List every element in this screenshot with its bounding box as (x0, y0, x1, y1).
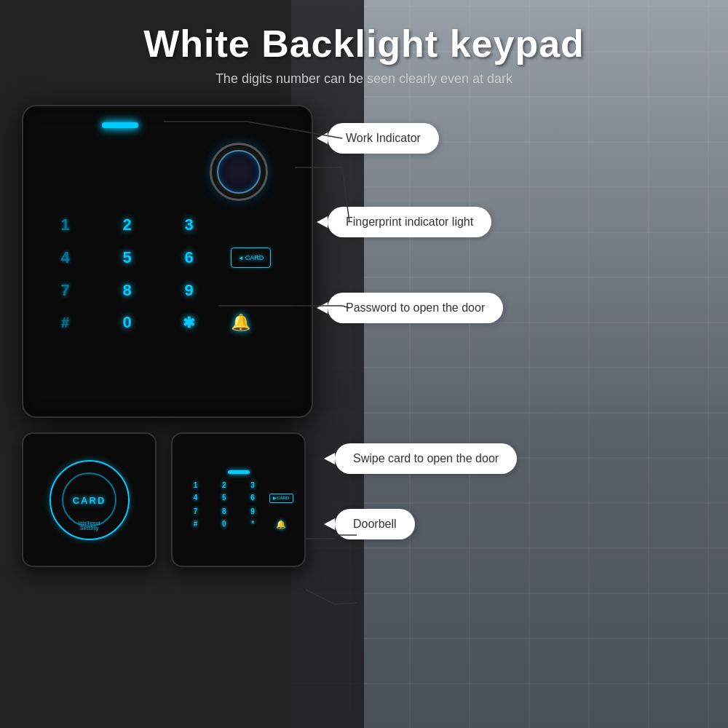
work-indicator-led (102, 122, 138, 128)
key-1[interactable]: 1 (45, 215, 85, 234)
doorbell-bubble: Doorbell (335, 509, 415, 539)
keypad-grid: 1 2 3 4 5 6 CARD 7 8 9 (45, 215, 297, 345)
fingerprint-sensor (210, 143, 268, 201)
key-7[interactable]: 7 (45, 281, 85, 300)
sk-3: 3 (241, 481, 265, 489)
card-icon[interactable]: CARD (231, 248, 271, 268)
key-row-4: # 0 ✱ 🔔 (45, 313, 297, 332)
main-device-area: 1 2 3 4 5 6 CARD 7 8 9 (0, 98, 728, 418)
page-title: White Backlight keypad (0, 22, 728, 66)
bottom-section: CARD IntelligentSecurity 1 2 3 4 5 6 ▶CA… (0, 418, 728, 567)
work-indicator-bubble: Work Indicator (328, 123, 439, 154)
key-row-2: 4 5 6 CARD (45, 248, 297, 268)
key-2[interactable]: 2 (107, 215, 147, 234)
card-reader-display: CARD IntelligentSecurity (46, 456, 133, 544)
main-keypad-device: 1 2 3 4 5 6 CARD 7 8 9 (22, 105, 313, 418)
sk-8: 8 (212, 507, 236, 515)
sk-5: 5 (212, 494, 236, 503)
card-reader-label: CARD (73, 494, 106, 505)
svg-line-8 (306, 590, 335, 604)
fingerprint-inner (217, 150, 261, 194)
bell-icon[interactable]: 🔔 (231, 313, 250, 332)
annotations-area: Work Indicator Fingerprint indicator lig… (313, 105, 706, 418)
fingerprint-bubble: Fingerprint indicator light (328, 207, 491, 237)
key-star[interactable]: ✱ (169, 314, 209, 331)
small-keypad-device: 1 2 3 4 5 6 ▶CARD 7 8 9 # 0 * 🔔 (171, 432, 306, 567)
card-bottom-text: IntelligentSecurity (79, 521, 100, 531)
sk-0: 0 (212, 520, 236, 529)
key-row-3: 7 8 9 (45, 281, 297, 300)
sk-star: * (241, 520, 265, 529)
sk-1: 1 (183, 481, 207, 489)
small-keypad-content: 1 2 3 4 5 6 ▶CARD 7 8 9 # 0 * 🔔 (173, 459, 304, 540)
small-indicator-led (228, 470, 250, 474)
key-3[interactable]: 3 (169, 215, 209, 234)
sk-6: 6 (241, 494, 265, 503)
sk-card: ▶CARD (269, 494, 293, 503)
sk-hash: # (183, 520, 207, 529)
key-6[interactable]: 6 (169, 248, 209, 267)
key-row-1: 1 2 3 (45, 215, 297, 234)
swipe-card-bubble: Swipe card to open the door (335, 443, 517, 474)
key-4[interactable]: 4 (45, 248, 85, 267)
small-keypad-grid: 1 2 3 4 5 6 ▶CARD 7 8 9 # 0 * 🔔 (183, 481, 293, 529)
key-5[interactable]: 5 (107, 248, 147, 267)
card-reader-device: CARD IntelligentSecurity (22, 432, 157, 567)
sk-7: 7 (183, 507, 207, 515)
sk-2: 2 (212, 481, 236, 489)
key-8[interactable]: 8 (107, 281, 147, 300)
key-0[interactable]: 0 (107, 313, 147, 332)
page-subtitle: The digits number can be seen clearly ev… (0, 71, 728, 87)
password-bubble: Password to open the door (328, 293, 503, 323)
sk-bell: 🔔 (269, 520, 293, 529)
key-hash[interactable]: # (45, 314, 85, 331)
bottom-annotations: Swipe card to open the door Doorbell (320, 432, 706, 567)
page-content: White Backlight keypad The digits number… (0, 0, 728, 728)
key-9[interactable]: 9 (169, 281, 209, 300)
sk-9: 9 (241, 507, 265, 515)
header: White Backlight keypad The digits number… (0, 0, 728, 98)
sk-4: 4 (183, 494, 207, 503)
svg-line-9 (335, 603, 357, 604)
